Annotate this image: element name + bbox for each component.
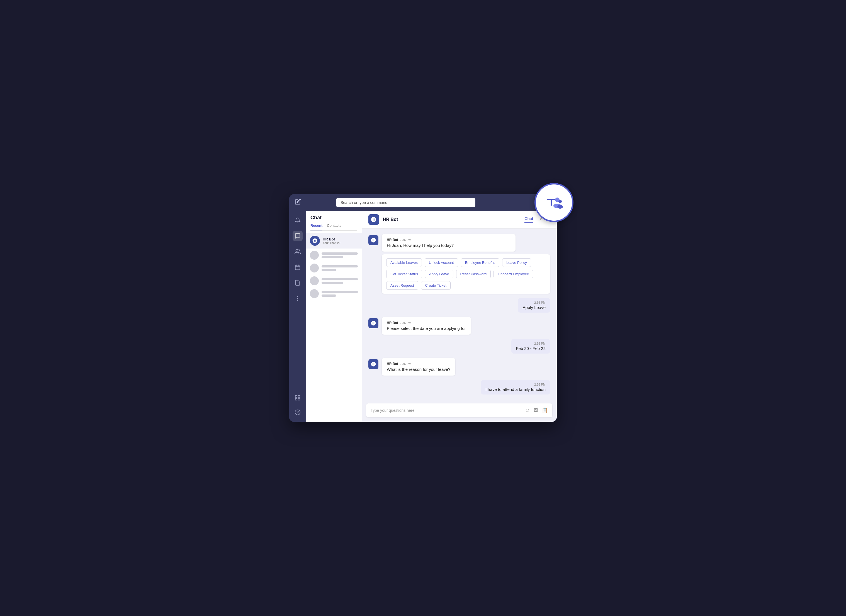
bot-avatar-header [369,214,379,225]
action-reset-password[interactable]: Reset Password [456,270,491,278]
main-chat-header: HR Bot Chat About [362,211,557,229]
svg-point-14 [297,300,298,301]
user-text-apply-leave: Apply Leave [523,305,546,310]
sidebar-icon-help[interactable] [292,407,303,417]
placeholder-line-2b [322,269,336,271]
chat-panel-title: Chat [310,215,357,221]
tab-contacts[interactable]: Contacts [327,223,341,230]
action-unlock-account[interactable]: Unlock Account [424,258,458,267]
action-apply-leave[interactable]: Apply Leave [425,270,453,278]
chat-placeholders [306,248,362,300]
hrbot-info: HR Bot You: Thanks! [323,237,358,245]
user-meta-apply-leave: 2:36 PM [523,301,546,304]
image-icon[interactable]: 🖼 [533,407,538,414]
sidebar-icon-chat[interactable] [292,231,303,241]
svg-rect-2 [551,199,552,206]
bot-avatar-reason [369,359,378,369]
placeholder-row-2 [310,264,358,273]
bubble-meta-reason: HR Bot 2:36 PM [387,362,450,366]
placeholder-avatar-3 [310,276,319,285]
svg-rect-15 [295,396,297,397]
placeholder-lines-2 [322,265,358,271]
bubble-meta-greeting: HR Bot 2:36 PM [387,238,511,242]
greeting-text: Hi Juan, How may I help you today? [387,243,511,248]
placeholder-row-1 [310,251,358,260]
user-bubble-reason: 2:36 PM I have to attend a family functi… [481,380,550,395]
chat-panel: Chat Recent Contacts HR Bot You: [306,211,362,422]
user-meta-dates: 2:36 PM [516,342,546,345]
action-leave-policy[interactable]: Leave Policy [502,258,531,267]
emoji-icon[interactable]: ☺ [525,407,530,414]
bot-message-greeting: HR Bot 2:36 PM Hi Juan, How may I help y… [369,234,550,294]
action-asset-request[interactable]: Asset Request [386,281,418,290]
placeholder-row-3 [310,276,358,285]
user-message-reason: 2:36 PM I have to attend a family functi… [369,380,550,395]
svg-point-4 [558,200,562,203]
tab-recent[interactable]: Recent [310,223,322,230]
action-onboard-employee[interactable]: Onboard Employee [494,270,533,278]
placeholder-lines-4 [322,291,358,297]
placeholder-avatar-2 [310,264,319,273]
action-create-ticket[interactable]: Create Ticket [421,281,451,290]
input-area[interactable]: Type your questions here ☺ 🖼 📋 [366,403,552,417]
placeholder-line-4a [322,291,358,293]
chat-tabs: Recent Contacts [310,223,357,231]
search-placeholder: Search or type a command [341,200,387,205]
hrbot-avatar [310,236,320,246]
placeholder-row-4 [310,289,358,298]
compose-icon[interactable] [295,199,301,207]
sender-date: HR Bot [387,321,398,325]
svg-point-7 [296,249,298,251]
sidebar-icon-apps[interactable] [292,393,303,403]
placeholder-lines-1 [322,252,358,258]
placeholder-line-3b [322,282,343,284]
placeholder-line-1b [322,256,343,258]
app-window: Search or type a command [289,194,557,422]
placeholder-avatar-1 [310,251,319,260]
action-employee-benefits[interactable]: Employee Benefits [461,258,499,267]
sender-reason: HR Bot [387,362,398,366]
hrbot-name: HR Bot [323,237,358,241]
chat-list: HR Bot You: Thanks! [306,231,362,422]
bot-message-reason: HR Bot 2:36 PM What is the reason for yo… [369,358,550,375]
sidebar-icon-teams[interactable] [292,246,303,257]
svg-point-6 [557,205,563,209]
svg-rect-16 [298,396,300,397]
sender-greeting: HR Bot [387,238,398,242]
hrbot-preview: You: Thanks! [323,241,358,245]
sidebar-bottom [292,393,303,417]
svg-rect-18 [298,398,300,400]
content-area: Chat Recent Contacts HR Bot You: [289,211,557,422]
placeholder-line-1a [322,252,358,255]
sidebar-icon-activity[interactable] [292,216,303,225]
placeholder-avatar-4 [310,289,319,298]
bot-avatar-date [369,318,378,328]
sidebar-icon-calendar[interactable] [292,262,303,272]
svg-point-0 [543,192,564,213]
header-tab-chat[interactable]: Chat [524,217,533,223]
bot-name: HR Bot [383,217,398,222]
action-get-ticket-status[interactable]: Get Ticket Status [386,270,422,278]
date-text: Please select the date you are applying … [387,326,466,331]
sidebar-icon-more[interactable] [292,293,303,304]
svg-point-12 [297,296,298,297]
user-text-reason: I have to attend a family function [485,387,546,392]
svg-rect-8 [295,265,300,270]
bot-avatar-greeting [369,235,378,245]
chat-item-hrbot[interactable]: HR Bot You: Thanks! [306,233,362,248]
sidebar-icon-files[interactable] [292,278,303,288]
action-available-leaves[interactable]: Available Leaves [386,258,422,267]
search-bar[interactable]: Search or type a command [336,198,475,207]
bot-bubble-greeting: HR Bot 2:36 PM Hi Juan, How may I help y… [382,234,516,252]
main-chat: HR Bot Chat About [362,211,557,422]
chat-panel-header: Chat Recent Contacts [306,211,362,231]
user-bubble-dates: 2:36 PM Feb 20 - Feb 22 [511,339,550,353]
app-wrapper: Search or type a command [289,194,557,422]
bot-bubble-reason: HR Bot 2:36 PM What is the reason for yo… [382,358,455,375]
messages-area: HR Bot 2:36 PM Hi Juan, How may I help y… [362,229,557,400]
user-text-dates: Feb 20 - Feb 22 [516,346,546,351]
attach-icon[interactable]: 📋 [542,407,548,414]
teams-logo [535,183,573,222]
input-placeholder[interactable]: Type your questions here [371,408,521,413]
placeholder-line-4b [322,295,336,297]
